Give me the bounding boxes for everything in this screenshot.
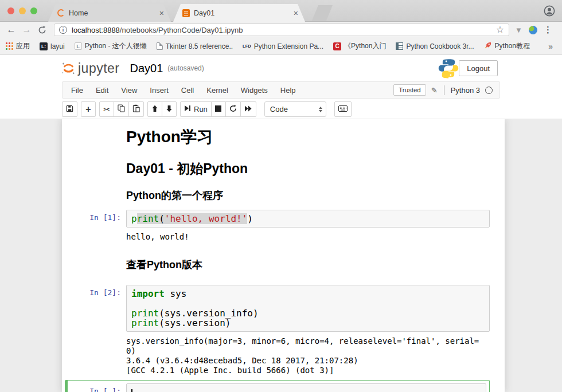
cell-type-select[interactable]: Code (264, 101, 326, 117)
bookmark-label: 《Python入门 (344, 41, 386, 51)
reload-icon[interactable] (34, 26, 50, 34)
select-stepper-icon (319, 107, 322, 112)
input-prompt: In [ ]: (70, 383, 126, 392)
red-c-icon: C (333, 42, 341, 50)
code-input[interactable]: print('hello, world!') (126, 210, 490, 228)
autosave-status: (autosaved) (167, 64, 204, 72)
jupyter-menu-row: File Edit View Insert Cell Kernel Widget… (0, 81, 562, 100)
copy-cell-button[interactable] (114, 101, 129, 117)
heading-3: 查看Python版本 (126, 258, 490, 271)
menu-insert[interactable]: Insert (143, 86, 175, 95)
markdown-cell-title[interactable]: Python学习 Day01 - 初始Python Python的第一个程序 (70, 127, 490, 202)
cell-type-value: Code (270, 105, 319, 113)
code-input-empty[interactable] (126, 383, 486, 392)
jupyter-header: jupyter Day01 (autosaved) Logout (0, 55, 562, 81)
address-bar[interactable]: i localhost:8888/notebooks/PythonCode/Da… (54, 23, 509, 36)
jupyter-menubar: File Edit View Insert Cell Kernel Widget… (62, 81, 500, 99)
move-button-group (147, 101, 177, 117)
tab-home[interactable]: Home × (48, 4, 171, 22)
notebook-title[interactable]: Day01 (130, 62, 163, 75)
window-controls (7, 7, 37, 14)
bookmarks-bar: 应用 L: layui L Python - 这个人很懒 Tkinter 8.5… (0, 38, 562, 55)
stop-button[interactable] (211, 101, 226, 117)
chrome-menu-icon[interactable]: ⋮ (544, 25, 552, 35)
command-palette-button[interactable] (334, 101, 352, 117)
jupyter-logo[interactable]: jupyter (61, 60, 120, 77)
save-button[interactable] (62, 101, 77, 117)
bookmark-label: 应用 (16, 41, 30, 51)
bookmark-tkinter[interactable]: Tkinter 8.5 reference.. (157, 42, 233, 50)
bookmarks-overflow-chevron[interactable]: » (548, 42, 556, 51)
forward-icon[interactable]: → (19, 25, 34, 34)
move-cell-up-button[interactable] (147, 101, 162, 117)
restart-kernel-button[interactable] (225, 101, 241, 117)
notebook-container: Python学习 Day01 - 初始Python Python的第一个程序 I… (62, 119, 505, 392)
browser-action-icons: ▼ ⋮ (515, 25, 552, 35)
logout-button[interactable]: Logout (459, 60, 498, 76)
bookmark-python-extension[interactable]: LFD Python Extension Pa... (243, 42, 323, 50)
bookmark-layui[interactable]: L: layui (40, 42, 65, 50)
save-icon (66, 105, 73, 114)
letter-l-icon: L (75, 42, 82, 50)
menu-cell[interactable]: Cell (175, 86, 200, 95)
code-cell-3-selected[interactable]: In [ ]: (65, 380, 490, 392)
cut-cell-button[interactable]: ✂ (99, 101, 114, 117)
tab-day01[interactable]: Day01 × (173, 4, 305, 22)
markdown-cell-version[interactable]: 查看Python版本 (70, 258, 490, 271)
add-cell-button[interactable]: + (81, 101, 96, 117)
bookmark-star-icon[interactable]: ☆ (496, 25, 504, 34)
minimize-window-button[interactable] (19, 7, 26, 14)
run-label: Run (194, 105, 208, 113)
zoom-window-button[interactable] (30, 7, 37, 14)
menu-help[interactable]: Help (274, 86, 302, 95)
code-input[interactable]: import sys print(sys.version_info)print(… (126, 285, 490, 332)
close-icon[interactable]: × (158, 9, 165, 17)
bookmark-python-tutorial[interactable]: Python教程 (484, 41, 530, 51)
code-cell-2[interactable]: In [2]: import sys print(sys.version_inf… (70, 285, 490, 332)
paste-cell-button[interactable] (128, 101, 144, 117)
bookmark-label: layui (50, 42, 65, 50)
browser-window: Home × Day01 × ← → i localhost:8888/note… (0, 0, 562, 392)
lfd-icon: LFD (243, 44, 251, 49)
menu-view[interactable]: View (115, 86, 143, 95)
table-icon (396, 42, 403, 50)
move-cell-down-button[interactable] (162, 101, 177, 117)
trusted-button[interactable]: Trusted (393, 84, 426, 96)
profile-avatar-icon[interactable] (544, 5, 555, 17)
pencil-icon: ✎ (431, 86, 438, 95)
bookmark-apps[interactable]: 应用 (6, 41, 30, 51)
globe-extension-icon[interactable] (529, 26, 537, 34)
new-tab-button[interactable] (312, 5, 333, 21)
bookmark-python-intro[interactable]: C 《Python入门 (333, 41, 386, 51)
code-cell-1[interactable]: In [1]: print('hello, world!') (70, 210, 490, 228)
menu-widgets[interactable]: Widgets (235, 86, 274, 95)
bookmark-python-blog[interactable]: L Python - 这个人很懒 (75, 41, 147, 51)
run-button[interactable]: Run (180, 101, 212, 117)
download-arrow-icon[interactable]: ▼ (515, 26, 522, 34)
keyboard-icon (338, 105, 348, 113)
arrow-down-icon (166, 105, 173, 114)
kernel-idle-indicator-icon (485, 87, 493, 94)
close-icon[interactable]: × (292, 9, 299, 17)
url-domain: localhost:8888 (72, 26, 120, 34)
menu-edit[interactable]: Edit (89, 86, 115, 95)
menu-kernel[interactable]: Kernel (200, 86, 235, 95)
info-icon[interactable]: i (59, 26, 67, 34)
bookmark-python-cookbook[interactable]: Python Cookbook 3r... (396, 42, 474, 50)
edit-button-group: ✂ (99, 101, 144, 117)
input-prompt: In [2]: (70, 285, 126, 332)
output-prompt (70, 232, 126, 242)
address-bar-row: ← → i localhost:8888/notebooks/PythonCod… (0, 22, 562, 38)
output-text: sys.version_info(major=3, minor=6, micro… (126, 336, 479, 375)
tab-home-label: Home (69, 9, 154, 17)
close-window-button[interactable] (7, 7, 14, 14)
page-icon (157, 42, 163, 50)
tab-bar: Home × Day01 × (0, 0, 562, 22)
step-forward-icon (184, 105, 191, 113)
restart-run-all-button[interactable] (240, 101, 256, 117)
menu-file[interactable]: File (65, 86, 89, 95)
back-icon[interactable]: ← (3, 25, 19, 34)
heading-3: Python的第一个程序 (126, 189, 490, 202)
run-button-group: Run (180, 101, 256, 117)
heading-1: Python学习 (126, 127, 490, 147)
